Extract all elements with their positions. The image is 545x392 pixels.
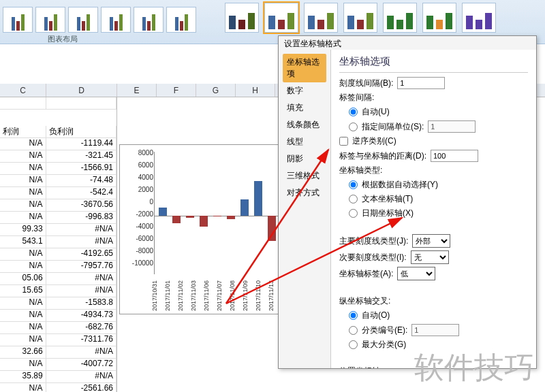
sidenav-item[interactable]: 坐标轴选项	[283, 54, 326, 82]
table-row[interactable]: N/A-682.76	[0, 322, 116, 334]
table-row[interactable]: N/A-1566.91	[0, 163, 116, 175]
style-thumb[interactable]	[462, 3, 496, 33]
sidenav-item[interactable]: 填充	[283, 99, 326, 116]
worksheet[interactable]: 利润负利润N/A-1119.44N/A-321.45N/A-1566.91N/A…	[0, 97, 117, 392]
spec-unit-label: 指定间隔单位(S):	[362, 121, 424, 133]
col-H[interactable]: H	[236, 84, 275, 97]
layout-thumb[interactable]	[35, 7, 65, 33]
major-tick-select[interactable]: 外部	[412, 234, 450, 248]
axistype-text-radio[interactable]	[349, 195, 358, 203]
axistype-date-radio[interactable]	[349, 209, 358, 218]
col-G[interactable]: G	[196, 84, 236, 97]
minor-tick-label: 次要刻度线类型(I):	[339, 252, 407, 263]
chart-style-gallery	[225, 3, 496, 33]
axis-label-select[interactable]: 低	[397, 267, 435, 280]
layout-thumb[interactable]	[166, 7, 196, 33]
col-F[interactable]: F	[157, 84, 196, 97]
dialog-sidenav: 坐标轴选项数字填充线条颜色线型阴影三维格式对齐方式	[279, 50, 330, 368]
vcross-max-radio[interactable]	[349, 340, 358, 349]
table-row[interactable]: N/A-2561.66	[0, 383, 116, 392]
table-row[interactable]: N/A-7957.76	[0, 261, 116, 273]
watermark: 软件技巧	[414, 348, 534, 388]
sidenav-item[interactable]: 线型	[283, 133, 326, 150]
table-row[interactable]: N/A-4007.72	[0, 359, 116, 371]
sidenav-item[interactable]: 线条颜色	[283, 116, 326, 133]
placement-label: 位置坐标轴:	[339, 365, 382, 368]
vcross-cat-label: 分类编号(E):	[362, 325, 407, 336]
style-thumb[interactable]	[383, 3, 417, 33]
auto-radio[interactable]	[349, 108, 358, 116]
axistype-label: 坐标轴类型:	[339, 165, 382, 176]
dist-label: 标签与坐标轴的距离(D):	[339, 150, 426, 162]
axis-options-panel: 坐标轴选项 刻度线间隔(B): 标签间隔: 自动(U) 指定间隔单位(S): 逆…	[330, 50, 536, 368]
major-tick-label: 主要刻度线类型(J):	[339, 235, 408, 247]
col-E[interactable]: E	[117, 84, 157, 97]
dist-input[interactable]	[431, 150, 478, 162]
spec-unit-input	[428, 120, 476, 133]
col-D[interactable]: D	[46, 84, 117, 97]
table-row[interactable]: N/A-4192.65	[0, 248, 116, 261]
vcross-auto-label: 自动(O)	[362, 310, 390, 321]
table-row[interactable]: 99.33#N/A	[0, 224, 116, 236]
layout-thumb[interactable]	[3, 7, 33, 33]
tick-interval-input[interactable]	[397, 77, 445, 89]
axistype-text-label: 文本坐标轴(T)	[362, 193, 413, 205]
table-row[interactable]: 543.1#N/A	[0, 236, 116, 248]
table-row[interactable]: N/A-74.48	[0, 175, 116, 187]
table-row[interactable]: N/A-4934.73	[0, 310, 116, 322]
minor-tick-select[interactable]: 无	[411, 250, 449, 264]
sidenav-item[interactable]: 三维格式	[283, 167, 326, 184]
sidenav-item[interactable]: 对齐方式	[283, 184, 326, 201]
style-thumb[interactable]	[343, 3, 377, 33]
table-row[interactable]: N/A-996.83	[0, 212, 116, 224]
style-thumb[interactable]	[264, 3, 298, 33]
style-thumb[interactable]	[422, 3, 456, 33]
vcross-auto-radio[interactable]	[349, 311, 358, 320]
y-axis-labels: 80006000400020000-2000-4000-6000-8000-10…	[125, 149, 153, 272]
axistype-auto-radio[interactable]	[349, 180, 358, 189]
table-row[interactable]: N/A-1583.8	[0, 297, 116, 310]
table-row[interactable]: N/A-542.4	[0, 187, 116, 199]
format-axis-dialog: 设置坐标轴格式 坐标轴选项数字填充线条颜色线型阴影三维格式对齐方式 坐标轴选项 …	[278, 35, 537, 369]
col-C[interactable]: C	[0, 84, 46, 97]
tick-interval-label: 刻度线间隔(B):	[339, 78, 393, 89]
vcross-label: 纵坐标轴交叉:	[339, 295, 390, 307]
table-row[interactable]: N/A-1119.44	[0, 138, 116, 150]
vcross-max-label: 最大分类(G)	[362, 339, 406, 350]
axis-label-label: 坐标轴标签(A):	[339, 268, 393, 280]
table-row[interactable]: 35.89#N/A	[0, 371, 116, 383]
dialog-title: 设置坐标轴格式	[279, 36, 536, 50]
spec-unit-radio[interactable]	[349, 122, 358, 131]
style-thumb[interactable]	[225, 3, 259, 33]
table-row[interactable]: N/A-3670.56	[0, 199, 116, 212]
layout-thumb[interactable]	[134, 7, 164, 33]
label-interval-label: 标签间隔:	[339, 92, 374, 103]
axistype-auto-label: 根据数据自动选择(Y)	[362, 179, 438, 191]
reverse-label: 逆序类别(C)	[352, 135, 396, 147]
auto-label: 自动(U)	[362, 106, 390, 118]
sidenav-item[interactable]: 数字	[283, 82, 326, 99]
table-row[interactable]: 15.65#N/A	[0, 285, 116, 297]
style-thumb[interactable]	[304, 3, 338, 33]
layout-thumb[interactable]	[101, 7, 131, 33]
sidenav-item[interactable]: 阴影	[283, 150, 326, 167]
ribbon-group-label: 图表布局	[48, 34, 78, 44]
table-row[interactable]: N/A-321.45	[0, 150, 116, 163]
reverse-checkbox[interactable]	[339, 137, 348, 146]
panel-title: 坐标轴选项	[339, 55, 528, 68]
vcross-cat-radio[interactable]	[349, 326, 358, 335]
layout-thumb[interactable]	[68, 7, 98, 33]
table-row[interactable]: 32.66#N/A	[0, 346, 116, 359]
table-row[interactable]: 05.06#N/A	[0, 273, 116, 285]
vcross-cat-input	[411, 324, 459, 336]
table-row[interactable]: N/A-7311.76	[0, 334, 116, 346]
axistype-date-label: 日期坐标轴(X)	[362, 208, 414, 219]
